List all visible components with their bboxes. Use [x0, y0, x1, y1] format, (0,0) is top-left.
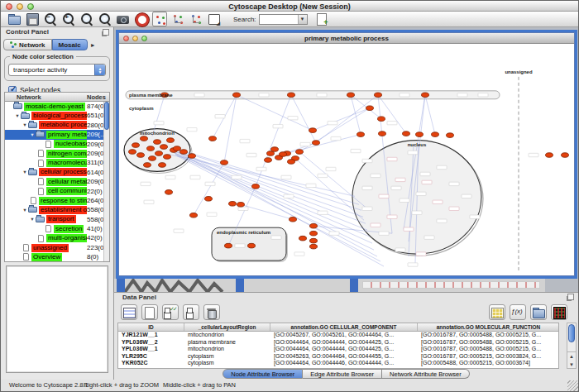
zoom-out-icon[interactable]: − [43, 12, 58, 26]
network-window-titlebar[interactable]: primary metabolic process [119, 33, 574, 44]
expander-icon[interactable]: ▼ [22, 122, 28, 127]
network-view-window[interactable]: primary metabolic process plasma membran… [118, 32, 575, 276]
tree-scrollbar-thumb[interactable] [104, 102, 109, 130]
network-node[interactable] [265, 158, 272, 163]
tree-row[interactable]: nucleobase-209(0) [5, 140, 103, 149]
tree-row[interactable]: mosaic-demo-yeast874(0) [5, 102, 103, 111]
scroll-up-icon[interactable]: ▲ [567, 352, 576, 361]
tree-row[interactable]: unassigned223(0) [5, 243, 103, 252]
tab-edge-attribute-browser[interactable]: Edge Attribute Browser [303, 369, 382, 379]
network-node[interactable] [237, 203, 245, 208]
network-node[interactable] [309, 128, 317, 133]
attribute-matrix-icon[interactable] [121, 304, 137, 320]
network-node[interactable] [357, 132, 365, 137]
network-node[interactable] [403, 131, 410, 136]
network-node[interactable] [347, 93, 355, 98]
network-node[interactable] [375, 93, 382, 98]
table-column-header[interactable]: _cellularLayoutRegion [184, 323, 270, 331]
table-column-header[interactable]: annotation.GO CELLULAR_COMPONENT [270, 323, 418, 331]
select-attributes-icon[interactable] [162, 304, 179, 320]
table-column-header[interactable]: annotation.GO MOLECULAR_FUNCTION [418, 323, 559, 331]
network-node[interactable] [546, 153, 553, 158]
network-node[interactable] [225, 243, 232, 248]
network-node[interactable] [248, 243, 256, 248]
network-node[interactable] [160, 145, 168, 150]
network-node[interactable] [149, 156, 156, 161]
tree-row[interactable]: cell communicat22(0) [5, 187, 103, 196]
table-row[interactable]: YJR121W__1mitochondrion[GO:0045267, GO:0… [118, 332, 558, 339]
import-attributes-icon[interactable] [530, 304, 547, 320]
network-node[interactable] [290, 217, 297, 222]
network-node[interactable] [378, 117, 385, 122]
tree-row[interactable]: multi-organism pro42(0) [5, 233, 103, 242]
attribute-grid-icon[interactable] [489, 304, 505, 320]
network-node[interactable] [209, 136, 217, 141]
network-node[interactable] [310, 223, 318, 228]
network-node[interactable] [159, 163, 166, 168]
expander-icon[interactable]: ▼ [14, 113, 21, 118]
zoom-selected-icon[interactable] [79, 12, 94, 26]
tab-overflow-arrow-icon[interactable]: ► [90, 42, 96, 48]
heatmap-icon[interactable] [551, 304, 567, 320]
network-node[interactable] [310, 244, 318, 249]
tab-network[interactable]: Network [3, 39, 52, 50]
expander-icon[interactable]: ▼ [29, 217, 36, 222]
resize-grip[interactable] [567, 380, 578, 391]
zoom-fit-icon[interactable] [98, 12, 112, 26]
tree-row[interactable]: ▼cellular process614(0) [5, 168, 103, 177]
dropdown-stepper-icon[interactable]: ▲▼ [94, 64, 105, 76]
table-row[interactable]: YPL036W__1mitochondrion[GO:0044464, GO:0… [118, 346, 558, 353]
snapshot-icon[interactable] [116, 12, 131, 26]
zoom-in-icon[interactable]: + [61, 12, 76, 26]
tab-mosaic[interactable]: Mosaic [52, 39, 88, 50]
window-titlebar[interactable]: Cytoscape Desktop (New Session) [1, 1, 578, 12]
scroll-down-icon[interactable]: ▼ [567, 361, 576, 369]
network-node[interactable] [271, 147, 279, 152]
network-node[interactable] [432, 132, 439, 137]
network-node[interactable] [447, 133, 454, 138]
network-node[interactable] [141, 136, 148, 141]
network-node[interactable] [129, 150, 136, 155]
expander-icon[interactable]: ▼ [22, 208, 28, 213]
save-icon[interactable] [25, 12, 40, 26]
network-node[interactable] [288, 93, 295, 98]
network-node[interactable] [313, 141, 320, 146]
network-node[interactable] [180, 150, 188, 155]
network-node[interactable] [154, 140, 161, 145]
search-input[interactable] [260, 15, 298, 24]
tree-row[interactable]: secretion41(0) [5, 224, 103, 233]
search-dropdown-arrow-icon[interactable]: ▼ [298, 15, 307, 24]
tree-row[interactable]: nitrogen compo209(0) [5, 149, 103, 158]
network-node[interactable] [562, 153, 569, 158]
help-icon[interactable] [134, 12, 149, 26]
table-row[interactable]: YKR052Ccytoplasm[GO:0044464, GO:0044446,… [118, 360, 558, 367]
network-node[interactable] [288, 160, 295, 165]
network-node[interactable] [422, 93, 429, 98]
table-scrollbar[interactable]: ▲ ▼ [567, 323, 577, 369]
function-builder-icon[interactable]: ƒ(x) [510, 304, 526, 320]
network-node[interactable] [147, 146, 155, 151]
tree-row[interactable]: response to stimulu264(0) [5, 196, 103, 205]
network-node[interactable] [165, 190, 173, 195]
delete-attribute-icon[interactable] [203, 304, 220, 320]
table-column-header[interactable]: ID [118, 323, 184, 331]
network-node[interactable] [132, 143, 140, 148]
network-node[interactable] [416, 132, 423, 137]
network-node[interactable] [310, 231, 318, 236]
table-scrollbar-thumb[interactable] [568, 324, 575, 342]
network-node[interactable] [167, 138, 175, 143]
open-file-icon[interactable] [7, 12, 22, 26]
network-node[interactable] [379, 131, 386, 136]
tree-row[interactable]: ▼transport558(0) [5, 215, 103, 224]
tree-row[interactable]: cellular metabo209(0) [5, 177, 103, 186]
table-row[interactable]: YPL036W__2plasma membrane[GO:0044464, GO… [118, 339, 558, 347]
tree-row[interactable]: ▼metabolic process280(0) [5, 121, 103, 130]
network-node[interactable] [221, 160, 228, 165]
float-data-panel-icon[interactable] [567, 294, 574, 300]
network-node[interactable] [137, 153, 145, 158]
network-node[interactable] [310, 238, 318, 243]
network-node[interactable] [156, 151, 163, 156]
first-neighbors-icon[interactable] [170, 12, 185, 26]
tab-network-attribute-browser[interactable]: Network Attribute Browser [382, 369, 470, 379]
network-canvas[interactable]: plasma membranecytoplasmmitochondrionnuc… [119, 44, 574, 275]
